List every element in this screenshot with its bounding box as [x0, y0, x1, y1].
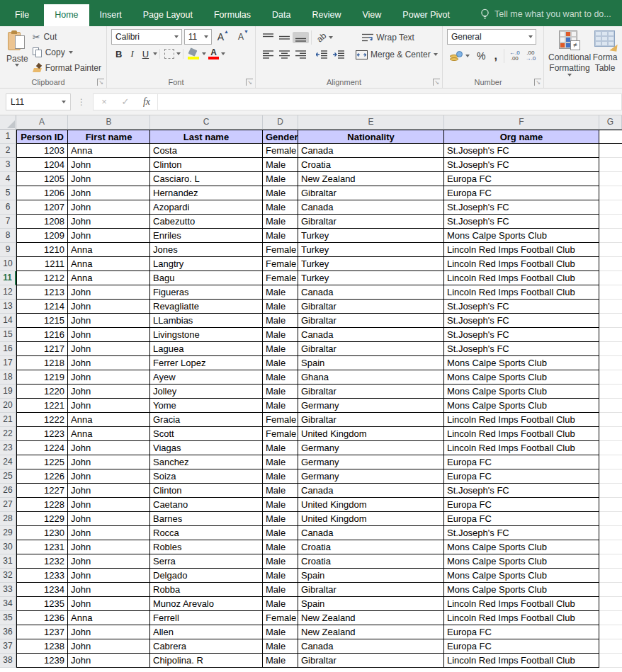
- cell[interactable]: John: [68, 654, 150, 668]
- cell[interactable]: Germany: [298, 441, 444, 455]
- cell[interactable]: Mons Calpe Sports Club: [444, 540, 599, 554]
- cell[interactable]: Canada: [298, 285, 444, 300]
- cell[interactable]: Gibraltar: [298, 583, 444, 597]
- cell[interactable]: LLambias: [150, 314, 263, 328]
- cell[interactable]: [599, 469, 622, 484]
- italic-button[interactable]: I: [126, 47, 137, 60]
- cell[interactable]: [599, 540, 622, 554]
- cell[interactable]: Male: [263, 484, 298, 498]
- cell[interactable]: Female: [263, 144, 298, 158]
- cell[interactable]: Female: [263, 257, 298, 271]
- cell[interactable]: Soiza: [150, 469, 263, 484]
- cell[interactable]: Hernandez: [150, 186, 263, 200]
- row-header-23[interactable]: 23: [0, 441, 16, 455]
- cell[interactable]: 1232: [16, 554, 68, 569]
- cell[interactable]: Male: [263, 342, 298, 356]
- cell[interactable]: [599, 399, 622, 413]
- cell[interactable]: [599, 186, 622, 200]
- cell[interactable]: Gibraltar: [298, 342, 444, 356]
- cell[interactable]: Female: [263, 271, 298, 285]
- cell[interactable]: [599, 257, 622, 271]
- cell[interactable]: Jolley: [150, 385, 263, 399]
- cell[interactable]: Figueras: [150, 285, 263, 300]
- cell[interactable]: Canada: [298, 200, 444, 215]
- clipboard-dialog-launcher-icon[interactable]: ↘: [97, 79, 104, 86]
- font-color-icon[interactable]: A: [208, 49, 219, 59]
- cell[interactable]: Anna: [68, 257, 150, 271]
- cell[interactable]: Ayew: [150, 370, 263, 385]
- column-header-G[interactable]: G: [599, 115, 622, 130]
- header-cell[interactable]: Gender: [263, 130, 298, 144]
- font-dialog-launcher-icon[interactable]: ↘: [246, 79, 253, 86]
- cell[interactable]: Lincoln Red Imps Football Club: [444, 611, 599, 625]
- cell[interactable]: St.Joseph's FC: [444, 158, 599, 172]
- alignment-dialog-launcher-icon[interactable]: ↘: [433, 79, 440, 86]
- cell[interactable]: Livingstone: [150, 328, 263, 342]
- column-header-C[interactable]: C: [150, 115, 263, 130]
- cell[interactable]: 1212: [16, 271, 68, 285]
- cell[interactable]: New Zealand: [298, 172, 444, 186]
- cell[interactable]: Chipolina. R: [150, 654, 263, 668]
- cell[interactable]: [599, 271, 622, 285]
- row-header-3[interactable]: 3: [0, 158, 16, 172]
- cell[interactable]: Costa: [150, 144, 263, 158]
- cell[interactable]: [599, 455, 622, 469]
- cell[interactable]: Europa FC: [444, 455, 599, 469]
- cell[interactable]: Anna: [68, 271, 150, 285]
- cell[interactable]: Male: [263, 314, 298, 328]
- row-header-22[interactable]: 22: [0, 427, 16, 441]
- cell[interactable]: [599, 285, 622, 300]
- cell[interactable]: Europa FC: [444, 469, 599, 484]
- cell[interactable]: [599, 356, 622, 370]
- cell[interactable]: Male: [263, 654, 298, 668]
- cell[interactable]: John: [68, 554, 150, 569]
- conditional-formatting-button[interactable]: ≠ Conditional Formatting: [548, 29, 591, 76]
- cell[interactable]: [599, 215, 622, 229]
- row-header-29[interactable]: 29: [0, 526, 16, 540]
- cell[interactable]: John: [68, 540, 150, 554]
- cell[interactable]: Canada: [298, 328, 444, 342]
- cell[interactable]: United Kingdom: [298, 427, 444, 441]
- cell[interactable]: Male: [263, 540, 298, 554]
- cell[interactable]: [599, 130, 622, 144]
- cell[interactable]: Germany: [298, 455, 444, 469]
- cell[interactable]: [599, 144, 622, 158]
- cell[interactable]: Female: [263, 427, 298, 441]
- cell[interactable]: [599, 498, 622, 512]
- comma-style-button[interactable]: ,: [490, 49, 501, 63]
- cell[interactable]: 1227: [16, 484, 68, 498]
- cell[interactable]: Male: [263, 172, 298, 186]
- tab-power-pivot[interactable]: Power Pivot: [392, 4, 460, 26]
- cell[interactable]: Male: [263, 512, 298, 526]
- row-header-1[interactable]: 1: [0, 130, 16, 144]
- cell[interactable]: John: [68, 625, 150, 639]
- underline-dropdown-icon[interactable]: [153, 52, 157, 55]
- cell[interactable]: 1204: [16, 158, 68, 172]
- cell[interactable]: Croatia: [298, 158, 444, 172]
- cell[interactable]: 1220: [16, 385, 68, 399]
- cell[interactable]: John: [68, 314, 150, 328]
- row-header-25[interactable]: 25: [0, 469, 16, 484]
- cell[interactable]: Lincoln Red Imps Football Club: [444, 597, 599, 611]
- cell[interactable]: Mons Calpe Sports Club: [444, 399, 599, 413]
- cell[interactable]: 1208: [16, 215, 68, 229]
- cell[interactable]: [599, 484, 622, 498]
- cell[interactable]: 1237: [16, 625, 68, 639]
- cell[interactable]: 1211: [16, 257, 68, 271]
- cell[interactable]: John: [68, 526, 150, 540]
- borders-dropdown-icon[interactable]: [176, 52, 181, 55]
- cell[interactable]: 1203: [16, 144, 68, 158]
- underline-button[interactable]: U: [138, 48, 153, 60]
- cell[interactable]: Mons Calpe Sports Club: [444, 370, 599, 385]
- cell[interactable]: Male: [263, 186, 298, 200]
- cell[interactable]: [599, 569, 622, 583]
- cell[interactable]: United Kingdom: [298, 498, 444, 512]
- cell[interactable]: [599, 243, 622, 257]
- row-header-31[interactable]: 31: [0, 554, 16, 569]
- column-header-B[interactable]: B: [68, 115, 150, 130]
- cell[interactable]: John: [68, 455, 150, 469]
- row-header-5[interactable]: 5: [0, 186, 16, 200]
- cell[interactable]: Female: [263, 243, 298, 257]
- cell[interactable]: Male: [263, 370, 298, 385]
- percent-style-button[interactable]: %: [473, 50, 490, 62]
